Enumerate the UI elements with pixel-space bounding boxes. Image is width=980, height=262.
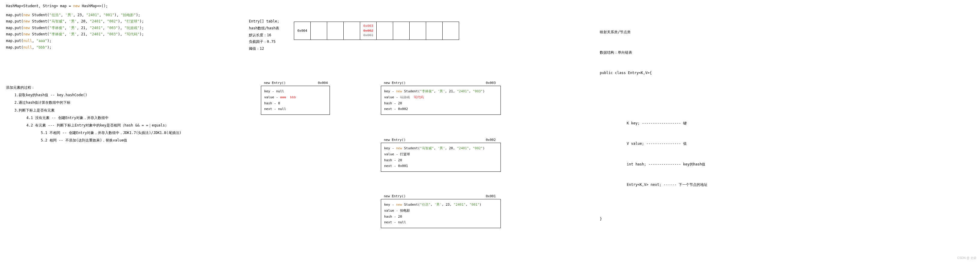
table-info-line: 默认长度：16 bbox=[249, 32, 279, 39]
table-cell-8 bbox=[426, 22, 442, 40]
process-line: 2.通过hash值计算在数组中的下标 bbox=[14, 99, 181, 106]
process-line: 4.2 有元素 --- 判断下标上Entry对象中的key是否相同（hash &… bbox=[26, 122, 181, 129]
table-cell-6 bbox=[393, 22, 410, 40]
entry-003-label: new Entry() bbox=[384, 81, 406, 85]
entry-001-addr: 0x001 bbox=[486, 194, 496, 198]
entry-key: key - null bbox=[264, 89, 326, 94]
entry-003-addr: 0x003 bbox=[486, 81, 496, 85]
entry-next: next - null bbox=[384, 219, 498, 225]
right-line: public class Entry<K,V>{ bbox=[600, 70, 707, 76]
entry-box-003: key - new Student("李林俊", '男', 21, "2401"… bbox=[381, 86, 501, 115]
entry-next: next - 0x001 bbox=[384, 163, 498, 169]
table-cell-0: 0x004 bbox=[294, 22, 311, 40]
entry-value: value - 玩游戏 写代码 bbox=[384, 94, 498, 100]
process-line: 3.判断下标上是否有元素 bbox=[14, 107, 181, 114]
table-cell-4: 0x003 0x002 0x001 bbox=[360, 22, 377, 40]
code-line: map.put(null, "bbb"); bbox=[6, 44, 144, 51]
code-line: HashMap<Student, String> map = new HashM… bbox=[6, 3, 144, 10]
entry-hash: hash - 20 bbox=[384, 100, 498, 106]
table-cell-1 bbox=[311, 22, 327, 40]
process-title: 添加元素的过程： bbox=[6, 84, 181, 91]
hash-table-array: 0x004 0x003 0x002 0x001 bbox=[294, 22, 459, 40]
entry-001-label: new Entry() bbox=[384, 194, 406, 198]
entry-value: value - aaa bbb bbox=[264, 94, 326, 100]
code-line: map.put(null, "aaa"); bbox=[6, 38, 144, 44]
right-line: } bbox=[600, 216, 707, 222]
right-line: 数据结构：单向链表 bbox=[600, 49, 707, 56]
process-line: 1.获取key的hash值 -- key.hashCode() bbox=[14, 91, 181, 99]
right-line: Entry<K,V> next; ------ 下一个节点的地址 bbox=[627, 181, 707, 188]
process-line: 5.1 不相同 -- 创建Entry对象，并存入数组中，JDK1.7(头插法)/… bbox=[41, 129, 181, 137]
entry-key: key - new Student("李林俊", '男', 21, "2401"… bbox=[384, 89, 498, 94]
entry-key: key - new Student("任浩", '男', 23, "2401",… bbox=[384, 202, 498, 208]
entry-004-label: new Entry() bbox=[264, 81, 286, 85]
entry-002-addr: 0x002 bbox=[486, 138, 496, 142]
entry-box-002: key - new Student("马智威", '男', 20, "2401"… bbox=[381, 143, 501, 172]
entry-hash: hash - 20 bbox=[384, 214, 498, 220]
process-line: 5.2 相同 -- 不添加(达到去重效果)，替换value值 bbox=[41, 137, 181, 144]
entry-next: next - null bbox=[264, 106, 326, 112]
right-line: V value; ---------------- 值 bbox=[627, 140, 707, 147]
entry-class-def: 映射关系类/节点类 数据结构：单向链表 public class Entry<K… bbox=[600, 15, 707, 229]
entry-hash: hash - 0 bbox=[264, 100, 326, 106]
table-cell-2 bbox=[327, 22, 344, 40]
table-cell-5 bbox=[377, 22, 393, 40]
entry-key: key - new Student("马智威", '男', 20, "2401"… bbox=[384, 145, 498, 151]
table-info-line: 阈值：12 bbox=[249, 45, 279, 52]
code-line: map.put(new Student("马智威", '男', 20, "240… bbox=[6, 18, 144, 25]
process-steps: 添加元素的过程： 1.获取key的hash值 -- key.hashCode()… bbox=[6, 84, 181, 144]
entry-next: next - 0x002 bbox=[384, 106, 498, 112]
table-info-line: 负载因子：0.75 bbox=[249, 38, 279, 45]
process-line: 4.1 没有元素 -- 创建Entry对象，并存入数组中 bbox=[26, 114, 181, 122]
watermark: CSDN @ 北牮 bbox=[957, 256, 977, 260]
entry-004-addr: 0x004 bbox=[318, 81, 328, 85]
table-info: Entry[] table; hash数组/hash表 默认长度：16 负载因子… bbox=[249, 18, 279, 52]
entry-value: value - 拍电影 bbox=[384, 208, 498, 214]
code-line: map.put(new Student("李林俊", '男', 21, "240… bbox=[6, 25, 144, 32]
entry-box-004: key - null value - aaa bbb hash - 0 next… bbox=[261, 86, 330, 115]
right-line: int hash; --------------- key的hash值 bbox=[627, 161, 707, 168]
entry-value: value - 打篮球 bbox=[384, 151, 498, 157]
table-cell-3 bbox=[344, 22, 360, 40]
code-line: map.put(new Student("李林俊", '男', 21, "240… bbox=[6, 31, 144, 38]
right-line: K key; ------------------ 键 bbox=[627, 120, 707, 127]
table-cell-7 bbox=[410, 22, 426, 40]
entry-hash: hash - 20 bbox=[384, 157, 498, 164]
code-block-main: HashMap<Student, String> map = new HashM… bbox=[6, 3, 144, 51]
right-line: 映射关系类/节点类 bbox=[600, 29, 707, 36]
table-info-line: hash数组/hash表 bbox=[249, 25, 279, 32]
table-info-line: Entry[] table; bbox=[249, 18, 279, 25]
table-cell-9 bbox=[442, 22, 459, 40]
entry-box-001: key - new Student("任浩", '男', 23, "2401",… bbox=[381, 199, 501, 228]
code-line: map.put(new Student("任浩", '男', 23, "2401… bbox=[6, 12, 144, 19]
entry-002-label: new Entry() bbox=[384, 138, 406, 142]
